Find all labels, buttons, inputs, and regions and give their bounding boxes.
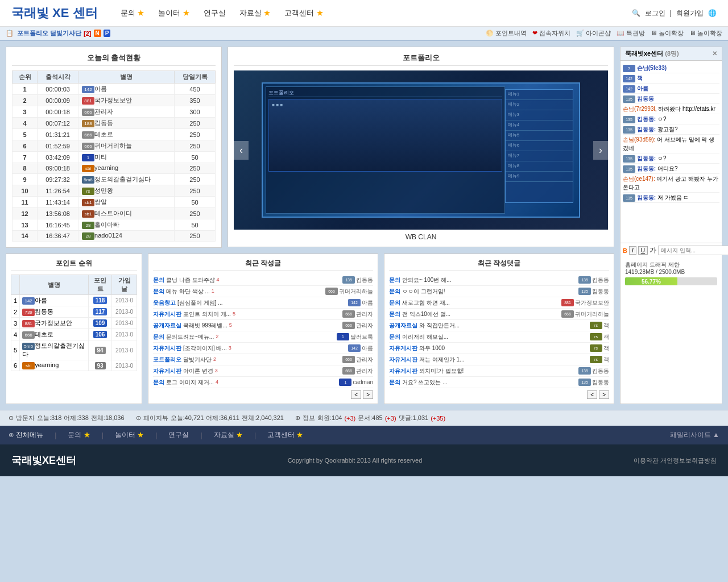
- post-num: 3: [215, 367, 218, 375]
- post-title[interactable]: 문의드려요~메뉴...: [166, 332, 214, 342]
- post-title[interactable]: 포인트 외치미 개...: [183, 309, 231, 319]
- comment-category[interactable]: 문의: [389, 298, 400, 307]
- portfolio-title: 포트폴리오: [234, 53, 608, 66]
- chat-input[interactable]: [658, 246, 728, 255]
- post-category[interactable]: 문의: [153, 332, 164, 342]
- post-title[interactable]: 쿡래빗 999레벨...: [183, 321, 228, 330]
- post-title[interactable]: 로그 이미지 제거...: [166, 377, 214, 387]
- all-menu-btn[interactable]: ⊙ 전체메뉴: [9, 430, 43, 440]
- post-title[interactable]: [조각미이지] 배...: [183, 343, 227, 353]
- play-expand1[interactable]: 🖥 놀이확장: [651, 29, 684, 38]
- site-logo[interactable]: 국래빛 XE 센터: [11, 5, 98, 22]
- post-category[interactable]: 자유게시판: [153, 366, 181, 376]
- chat-underline-btn[interactable]: U: [638, 246, 648, 255]
- comment-category[interactable]: 문의: [389, 332, 400, 342]
- tab-title[interactable]: 포트폴리오 달빛기사단 [2] N P: [17, 29, 110, 38]
- comments-next[interactable]: >: [599, 390, 609, 399]
- comment-title[interactable]: 와우 1000: [419, 343, 445, 353]
- comment-category[interactable]: 자유게시판: [389, 343, 417, 353]
- register-link[interactable]: 회원가입: [676, 9, 704, 18]
- chat-toolbar: B I U 가: [621, 243, 722, 257]
- comment-title[interactable]: 새로고힘 하면 재...: [402, 298, 450, 307]
- recent-comments: 최근 작성댓글 문의 안되요~ 100번 해... 135 킴동동 문의 ㅇㅇ이…: [384, 253, 614, 404]
- pts-col-rank: [11, 275, 20, 295]
- attendance-title: 오늘의 출석현황: [12, 53, 216, 66]
- post-category[interactable]: 공개자료실: [153, 321, 181, 330]
- comment-title[interactable]: 이리저리 해보실...: [402, 332, 448, 342]
- nav-lab[interactable]: 연구실: [204, 8, 226, 18]
- comment-category[interactable]: 문의: [389, 275, 400, 285]
- comment-category[interactable]: 자유게시판: [389, 355, 417, 364]
- points-tbody: 1 142아름 118 2013-0 2 739킴동동 117 2013-0 3…: [11, 295, 137, 371]
- comment-category[interactable]: 공개자료실: [389, 321, 417, 330]
- bnav-support[interactable]: 고객센터 ★: [267, 430, 303, 440]
- access-location[interactable]: ❤ 접속자위치: [532, 29, 570, 38]
- post-category[interactable]: 포트폴리오: [153, 355, 181, 364]
- post-category[interactable]: 문의: [153, 377, 164, 387]
- points-section: 포인트 순위 별명 포인트 가입 날 1 142아름 118: [6, 253, 142, 404]
- chat-italic-btn[interactable]: I: [629, 246, 636, 255]
- comment-category[interactable]: 문의: [389, 377, 400, 387]
- comment-title[interactable]: 거요? 쓰고있는 ...: [402, 377, 447, 387]
- icon-shop[interactable]: 🛒 아이콘샵: [576, 29, 611, 38]
- post-category[interactable]: 문의: [153, 275, 164, 285]
- visitors-stat: ⊙ 방문자 오늘:318 어제:338 전체:18,036: [9, 414, 125, 422]
- slider-prev[interactable]: ‹: [234, 141, 249, 160]
- comment-category[interactable]: 자유게시판: [389, 366, 417, 376]
- nav-support[interactable]: 고객센터 ★: [284, 8, 324, 18]
- comments-prev[interactable]: <: [587, 390, 597, 399]
- attend-name: 881국가정보보안: [78, 95, 175, 106]
- docs-count: 문서:485: [358, 414, 382, 422]
- comment-category[interactable]: 문의: [389, 309, 400, 319]
- author-name: 달러브룩: [350, 332, 373, 342]
- chat-message: 142 아름: [623, 84, 719, 94]
- list-item: 포트폴리오 달빛기사단 2 666 관리자: [153, 354, 373, 365]
- post-category[interactable]: 자유게시판: [153, 343, 181, 353]
- visitors-yesterday: 어제:338: [64, 414, 88, 422]
- tabbar-right: 🌕 포인트내역 ❤ 접속자위치 🛒 아이콘샵 📖 특권방 🖥 놀이확장 🖥 놀이…: [486, 29, 722, 38]
- col-time: 출석시각: [38, 71, 78, 84]
- attend-score: 250: [175, 185, 216, 197]
- chat-message: 손님(93d59): 어 서브메뉴 밑에 막 생겼네: [623, 135, 719, 153]
- post-title[interactable]: 아이론 변경: [183, 366, 213, 376]
- comment-title[interactable]: 안되요~ 100번 해...: [402, 275, 451, 285]
- chat-bold-btn[interactable]: B: [623, 247, 627, 254]
- chat-font-btn[interactable]: 가: [650, 246, 656, 255]
- attend-score: 50: [175, 152, 216, 163]
- search-icon[interactable]: 🔍: [632, 9, 640, 17]
- login-link[interactable]: 로그인: [645, 9, 665, 18]
- posts-prev[interactable]: <: [351, 390, 361, 399]
- post-title[interactable]: 달빛기사단: [183, 355, 212, 364]
- attend-score: 250: [175, 163, 216, 174]
- family-site-link[interactable]: 패밀리사이트 ▲: [670, 430, 719, 440]
- nav-inquiry[interactable]: 문의 ★: [121, 8, 145, 18]
- comment-title[interactable]: 전 익스10에선 멀...: [402, 309, 450, 319]
- post-title[interactable]: 클닝 나좀 도와주샴: [166, 275, 215, 285]
- comment-title[interactable]: 저는 여제인가 1...: [419, 355, 464, 364]
- bnav-inquiry[interactable]: 문의 ★: [68, 430, 90, 440]
- comment-category[interactable]: 문의: [389, 286, 400, 296]
- bnav-resources[interactable]: 자료실 ★: [214, 430, 243, 440]
- nav-resources[interactable]: 자료실 ★: [239, 8, 271, 18]
- sidebar-close-btn[interactable]: ✕: [712, 50, 717, 57]
- points-history[interactable]: 🌕 포인트내역: [486, 29, 527, 38]
- posts-next[interactable]: >: [363, 390, 373, 399]
- play-expand2[interactable]: 🖥 놀이확장: [689, 29, 722, 38]
- recent-posts: 최근 작성글 문의 클닝 나좀 도와주샴 4 135 킴동동 문의 메뉴 하단 …: [148, 253, 378, 404]
- footer-terms[interactable]: 이용약관 개인정보보취급방침: [634, 456, 717, 465]
- post-category[interactable]: 웃음창고: [153, 298, 176, 307]
- post-category[interactable]: 문의: [153, 286, 164, 296]
- bnav-lab[interactable]: 연구실: [168, 430, 189, 440]
- comment-title[interactable]: 와 직접만든거...: [419, 321, 460, 330]
- slider-next[interactable]: ›: [593, 141, 608, 160]
- bnav-playground[interactable]: 놀이터 ★: [115, 430, 144, 440]
- special-room[interactable]: 📖 특권방: [617, 29, 645, 38]
- members-plus: (+3): [344, 415, 355, 422]
- recent-comments-list: 문의 안되요~ 100번 해... 135 킴동동 문의 ㅇㅇ이 그런거임! 1…: [389, 275, 609, 388]
- post-title[interactable]: 메뉴 하단 색상 ...: [166, 286, 210, 296]
- nav-playground[interactable]: 놀이터 ★: [158, 8, 190, 18]
- post-title[interactable]: [심심풀이 게임] ...: [177, 298, 222, 307]
- comment-title[interactable]: 외치미!가 필요할!: [419, 366, 464, 376]
- post-category[interactable]: 자유게시판: [153, 309, 181, 319]
- comment-title[interactable]: ㅇㅇ이 그런거임!: [402, 286, 445, 296]
